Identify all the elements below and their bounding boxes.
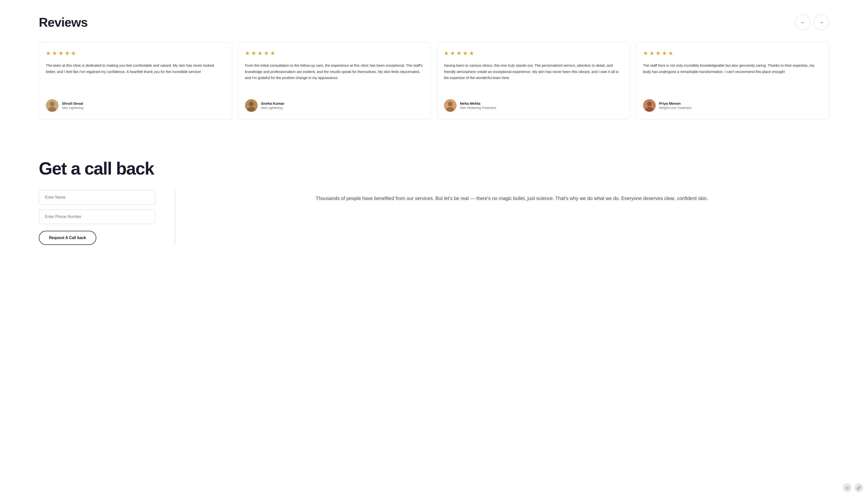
phone-input[interactable] [39,210,155,224]
star-icon: ★ [46,50,51,56]
star-rating: ★ ★ ★ ★ ★ [245,50,424,56]
star-icon: ★ [444,50,449,56]
star-icon: ★ [58,50,63,56]
reviews-title: Reviews [39,15,87,30]
review-text: The team at this clinic is dedicated to … [46,62,225,75]
star-rating: ★ ★ ★ ★ ★ [444,50,623,56]
reviewer: Priya Menon Weight Loss Treatment [643,99,822,112]
review-card: ★ ★ ★ ★ ★ The staff here is not only inc… [636,42,829,120]
callback-title: Get a call back [39,158,829,179]
star-icon: ★ [258,50,263,56]
reviewer: Shruti Desai Skin Lightening [46,99,225,112]
request-callback-label: Request A Call back [49,236,86,240]
star-icon: ★ [668,50,673,56]
callback-description: Thousands of people have benefited from … [195,190,829,203]
star-icon: ★ [656,50,661,56]
next-button[interactable]: → [814,15,829,30]
nav-buttons: ← → [795,15,829,30]
reviewer-name: Shruti Desai [62,101,83,105]
treatment-label: Skin Whitening Treatment [460,106,496,110]
star-icon: ★ [450,50,455,56]
svg-point-7 [448,102,453,106]
star-icon: ★ [71,50,76,56]
request-callback-button[interactable]: Request A Call back [39,231,96,245]
avatar [46,99,58,112]
reviewer-info: Shruti Desai Skin Lightening [62,101,83,110]
review-text: Having been to various clinics, this one… [444,62,623,81]
avatar-image [643,99,656,112]
prev-arrow-icon: ← [800,20,806,25]
star-icon: ★ [649,50,654,56]
reviewer: Neha Mehta Skin Whitening Treatment [444,99,623,112]
reviewer-name: Neha Mehta [460,101,496,105]
star-icon: ★ [65,50,70,56]
reviews-carousel: ★ ★ ★ ★ ★ The team at this clinic is ded… [39,42,829,120]
star-rating: ★ ★ ★ ★ ★ [46,50,225,56]
star-icon: ★ [52,50,57,56]
callback-form: Request A Call back [39,190,155,245]
callback-section: Get a call back Request A Call back Thou… [0,139,868,269]
reviewer-name: Priya Menon [659,101,691,105]
star-icon: ★ [662,50,667,56]
reviews-section: Reviews ← → ★ ★ ★ ★ ★ The team at this c… [0,0,868,139]
reviewer-info: Neha Mehta Skin Whitening Treatment [460,101,496,110]
name-input[interactable] [39,190,155,204]
treatment-label: Skin Lightening [62,106,83,110]
section-divider [175,190,175,245]
avatar [643,99,656,112]
reviews-header: Reviews ← → [39,15,829,30]
star-icon: ★ [245,50,250,56]
star-icon: ★ [469,50,474,56]
svg-point-1 [50,102,55,106]
review-card: ★ ★ ★ ★ ★ Having been to various clinics… [437,42,630,120]
prev-button[interactable]: ← [795,15,811,30]
star-icon: ★ [270,50,275,56]
reviewer-info: Sneha Kumar Skin Lightening [261,101,284,110]
callback-layout: Request A Call back Thousands of people … [39,190,829,245]
svg-point-4 [249,102,254,106]
star-rating: ★ ★ ★ ★ ★ [643,50,822,56]
treatment-label: Skin Lightening [261,106,284,110]
reviewer-info: Priya Menon Weight Loss Treatment [659,101,691,110]
star-icon: ★ [463,50,468,56]
avatar [245,99,258,112]
avatar [444,99,457,112]
avatar-image [245,99,258,112]
reviewer-name: Sneha Kumar [261,101,284,105]
avatar-image [444,99,457,112]
review-card: ★ ★ ★ ★ ★ From the initial consultation … [238,42,431,120]
reviewer: Sneha Kumar Skin Lightening [245,99,424,112]
next-arrow-icon: → [819,20,824,25]
star-icon: ★ [457,50,461,56]
star-icon: ★ [251,50,256,56]
review-card: ★ ★ ★ ★ ★ The team at this clinic is ded… [39,42,232,120]
review-text: The staff here is not only incredibly kn… [643,62,822,75]
avatar-image [46,99,58,112]
svg-point-10 [647,102,652,106]
treatment-label: Weight Loss Treatment [659,106,691,110]
star-icon: ★ [264,50,269,56]
review-text: From the initial consultation to the fol… [245,62,424,81]
star-icon: ★ [643,50,648,56]
